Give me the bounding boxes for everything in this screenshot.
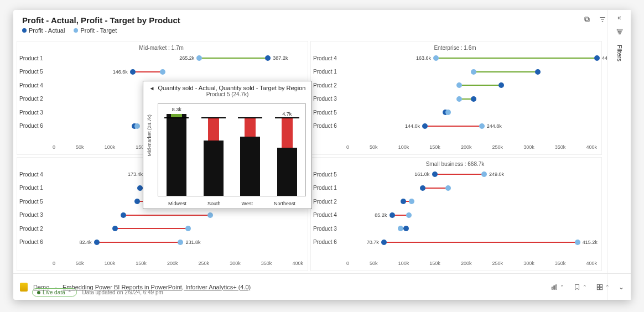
x-tick: 100k [398, 144, 409, 153]
target-dot[interactable] [445, 185, 451, 191]
legend: Profit - Actual Profit - Target [13, 25, 631, 36]
actual-dot[interactable] [94, 240, 100, 245]
tooltip-x-tick: Midwest [168, 201, 186, 206]
chart-row[interactable]: Product 1 [311, 65, 597, 79]
tooltip-bar[interactable]: 8.3k [164, 104, 189, 196]
x-tick: 300k [230, 261, 241, 269]
actual-dot[interactable] [130, 69, 136, 75]
row-plot [344, 106, 597, 119]
row-label: Product 2 [17, 226, 50, 232]
target-dot[interactable] [160, 69, 165, 75]
target-dot[interactable] [406, 212, 412, 218]
target-value-label: 244.8k [487, 123, 502, 129]
row-plot [344, 195, 597, 209]
tooltip-yaxis-label: Mid-market (24.7k) [147, 115, 152, 157]
chart-row[interactable]: Product 4449.9k163.6k [311, 51, 597, 65]
chart-row[interactable]: Product 1387.2k265.2k [17, 51, 303, 65]
actual-dot[interactable] [422, 123, 428, 129]
collapse-rail-icon[interactable]: » [617, 14, 621, 22]
target-value-label: 265.2k [179, 55, 194, 61]
chart-row[interactable]: Product 6144.0k244.8k [311, 119, 597, 133]
actual-dot[interactable] [112, 226, 118, 231]
row-label: Product 6 [311, 239, 344, 245]
tooltip-x-tick: South [207, 201, 221, 206]
actual-value-label: 85.2k [375, 212, 387, 218]
chart-row[interactable]: Product 2 [311, 195, 597, 209]
target-dot[interactable] [178, 240, 183, 245]
filters-rail-icon[interactable] [616, 28, 624, 37]
row-label: Product 1 [17, 185, 50, 191]
panel-small-business[interactable]: Small business : 668.7k Product 5161.0k2… [310, 157, 602, 271]
target-dot[interactable] [185, 226, 191, 231]
tooltip-bar[interactable]: 4.7k [275, 104, 299, 196]
copy-icon[interactable] [583, 15, 591, 25]
target-dot[interactable] [456, 82, 462, 88]
target-dot[interactable] [409, 199, 414, 204]
chart-row[interactable]: Product 5146.6k [17, 65, 303, 79]
row-plot: 70.7k415.2k [344, 236, 597, 249]
actual-dot[interactable] [134, 199, 140, 204]
live-data-pill[interactable]: Live data ⌃ [32, 288, 77, 297]
x-tick: 150k [429, 261, 440, 269]
actual-dot[interactable] [265, 55, 271, 61]
actual-dot[interactable] [432, 171, 438, 177]
target-dot[interactable] [471, 69, 476, 75]
actual-dot[interactable] [498, 82, 504, 88]
actual-dot[interactable] [471, 96, 476, 102]
tooltip-bar[interactable] [238, 104, 262, 196]
bookmark-button[interactable]: ⌃ [573, 283, 587, 291]
actual-dot[interactable] [121, 212, 126, 218]
target-dot[interactable] [481, 171, 487, 177]
actual-dot[interactable] [420, 185, 425, 191]
actual-dot[interactable] [594, 55, 600, 61]
actual-dot[interactable] [403, 226, 409, 231]
tooltip-bar[interactable] [201, 104, 226, 196]
chart-row[interactable]: Product 682.4k231.8k [17, 236, 303, 249]
live-dot-icon [37, 291, 40, 294]
svg-rect-6 [618, 31, 621, 32]
x-tick: 300k [523, 144, 534, 153]
row-plot [344, 181, 597, 195]
actual-dot[interactable] [401, 199, 406, 204]
actual-dot[interactable] [137, 185, 143, 191]
target-dot[interactable] [433, 55, 439, 61]
x-tick: 50k [370, 261, 378, 269]
chart-row[interactable]: Product 5161.0k249.0k [311, 168, 597, 181]
chart-row[interactable]: Product 670.7k415.2k [311, 236, 597, 249]
chart-row[interactable]: Product 2 [17, 222, 303, 236]
row-label: Product 6 [17, 123, 50, 129]
chart-row[interactable]: Product 3 [311, 92, 597, 106]
chart-row[interactable]: Product 485.2k [311, 209, 597, 222]
expand-button[interactable]: ⌄ [619, 283, 624, 291]
x-tick: 0 [53, 144, 55, 153]
row-label: Product 1 [17, 55, 50, 61]
svg-rect-12 [600, 284, 603, 287]
chart-row[interactable]: Product 3 [17, 209, 303, 222]
target-dot[interactable] [207, 212, 213, 218]
actual-dot[interactable] [381, 240, 387, 245]
target-dot[interactable] [445, 110, 451, 115]
row-label: Product 5 [311, 110, 344, 116]
chart-row[interactable]: Product 1 [311, 181, 597, 195]
layout-button[interactable]: ⌃ [596, 283, 610, 291]
target-dot[interactable] [479, 123, 485, 129]
target-dot[interactable] [575, 240, 580, 245]
tooltip-x-tick: West [242, 201, 253, 206]
svg-rect-10 [555, 284, 557, 289]
chart-row[interactable]: Product 2 [311, 79, 597, 92]
target-dot[interactable] [196, 55, 202, 61]
panel-enterprise[interactable]: Enterprise : 1.6m Product 4449.9k163.6kP… [310, 41, 602, 155]
target-dot[interactable] [134, 123, 140, 129]
actual-dot[interactable] [535, 69, 541, 75]
chart-row[interactable]: Product 3 [311, 222, 597, 236]
actual-value-label: 70.7k [367, 240, 379, 245]
chart-view-button[interactable]: ⌃ [550, 283, 564, 291]
x-tick: 400k [586, 261, 597, 269]
actual-dot[interactable] [389, 212, 395, 218]
target-dot[interactable] [398, 226, 403, 231]
target-dot[interactable] [456, 96, 462, 102]
tooltip-back-arrow[interactable]: ◄ [149, 85, 155, 91]
filters-rail[interactable]: » Filters [607, 10, 631, 300]
chart-row[interactable]: Product 5 [311, 106, 597, 119]
filter-icon[interactable] [599, 15, 606, 25]
